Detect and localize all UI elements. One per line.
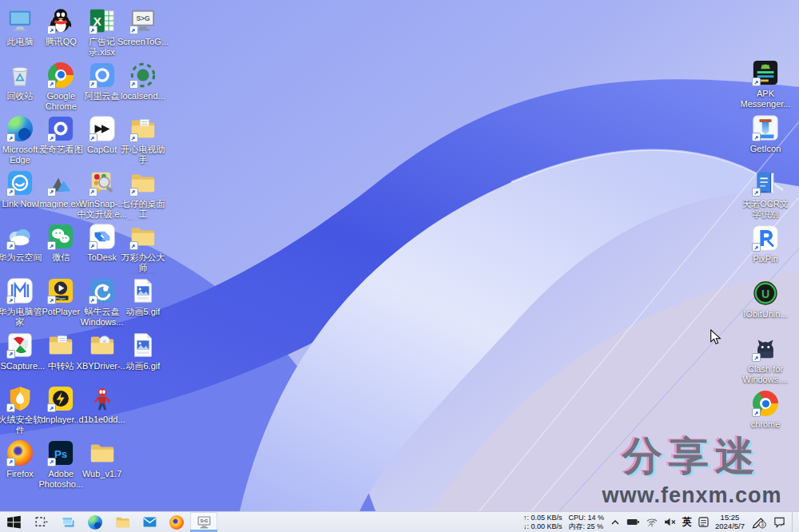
snail-cloud[interactable]: 蜗牛云盘 Windows...	[83, 276, 121, 328]
clash-for-windows[interactable]: Clash for Windows....	[746, 334, 785, 385]
fscapture-icon	[6, 331, 34, 359]
screentogif[interactable]: S>GScreenToG...	[124, 6, 162, 47]
icon-label: 动画6.gif	[117, 361, 169, 371]
battery-icon[interactable]	[626, 518, 640, 526]
shortcut-arrow-icon	[47, 133, 56, 142]
todesk-icon	[88, 222, 117, 251]
gif5-file[interactable]: 动画5.gif	[124, 276, 162, 317]
aliyun-drive[interactable]: 阿里云盘	[83, 61, 121, 101]
icon-label: APK Messenger...	[740, 89, 791, 109]
ime-language-indicator[interactable]: 英	[682, 515, 692, 529]
ime-keyboard-icon[interactable]	[698, 517, 709, 527]
edge-icon	[6, 114, 34, 143]
todesk[interactable]: ToDesk	[83, 222, 121, 263]
ad-records-xlsx[interactable]: X广告记录.xlsx	[83, 6, 121, 58]
window-app-button[interactable]	[54, 512, 81, 532]
huorong-security[interactable]: 火绒安全软件	[1, 384, 39, 435]
huorong-icon	[6, 384, 34, 413]
screentogif-button[interactable]: S>G	[190, 512, 217, 532]
mail-button[interactable]	[136, 512, 163, 532]
clock[interactable]: 15:25 2024/5/7	[715, 514, 745, 530]
start-button[interactable]	[0, 512, 27, 532]
adobe-photoshop[interactable]: PsAdobe Photosho...	[42, 439, 80, 490]
network-speed-monitor[interactable]: ↑: 0.05 KB/s ↓: 0.00 KB/s	[523, 514, 562, 530]
huawei-pc-manager[interactable]: 华为电脑管家	[1, 276, 39, 328]
firefox-icon	[6, 439, 34, 467]
gif-file-icon	[129, 331, 157, 359]
dnplayer-icon	[46, 384, 75, 413]
tianruo-ocr[interactable]: 天若OCR文 字识别	[746, 169, 785, 220]
icon-label: Wub_v1.7	[77, 469, 128, 479]
shortcut-arrow-icon	[6, 296, 15, 304]
icon-label: IObitUnin...	[740, 309, 791, 320]
net-down-speed: ↓: 0.00 KB/s	[523, 522, 562, 531]
wifi-icon[interactable]	[646, 518, 658, 527]
huawei-cloud[interactable]: 华为云空间	[1, 222, 39, 263]
tencent-qq[interactable]: 腾讯QQ	[42, 6, 80, 47]
shortcut-arrow-icon	[89, 80, 97, 89]
link-now[interactable]: Link Now	[1, 169, 39, 209]
svg-text:U: U	[761, 288, 769, 300]
icon-label: chrome	[740, 419, 791, 430]
winsnap[interactable]: WinSnap-... 中文升级.e...	[83, 169, 121, 220]
shortcut-arrow-icon	[89, 26, 97, 34]
folder-doc-icon	[46, 331, 75, 359]
system-tray: ↑: 0.05 KB/s ↓: 0.00 KB/s CPU: 14 % 内存: …	[520, 512, 799, 532]
recycle-bin-icon	[6, 61, 34, 89]
gif6-file[interactable]: 动画6.gif	[124, 331, 162, 371]
shortcut-arrow-icon	[47, 458, 56, 466]
localsend[interactable]: localsend...	[124, 61, 162, 101]
iqiyi-viewer[interactable]: 爱奇艺看图	[42, 114, 80, 155]
geticon[interactable]: GetIcon	[746, 113, 785, 154]
snip-tool-button[interactable]	[27, 512, 54, 532]
potplayer[interactable]: PlayerPotPlayer	[42, 276, 80, 317]
qizai-desktop-tool[interactable]: 七仔的桌面工 具V2.1.1	[124, 169, 162, 220]
svg-text:S>G: S>G	[136, 14, 150, 22]
this-pc[interactable]: 此电脑	[1, 6, 39, 47]
google-chrome[interactable]: Google Chrome	[42, 61, 80, 112]
microsoft-edge[interactable]: Microsoft Edge	[1, 114, 39, 165]
cpu-memory-monitor[interactable]: CPU: 14 % 内存: 25 %	[568, 514, 604, 530]
shortcut-arrow-icon	[47, 26, 56, 34]
spiderman-image[interactable]: d1b1e0dd...	[83, 384, 121, 425]
action-center-icon[interactable]	[773, 516, 785, 528]
wancai-office-folder[interactable]: 万彩办公大师 离线版	[124, 222, 162, 274]
fscapture[interactable]: FSCapture...	[1, 331, 39, 371]
pen-badge-icon[interactable]: 3	[751, 516, 767, 529]
apk-messenger[interactable]: APK Messenger...	[746, 58, 785, 109]
pixpin[interactable]: PixPin	[746, 224, 785, 264]
firefox-button[interactable]	[163, 512, 190, 532]
dnplayer[interactable]: dnplayer...	[42, 384, 80, 425]
volume-muted-icon[interactable]	[664, 518, 676, 526]
icon-label: PixPin	[740, 254, 791, 264]
shortcut-arrow-icon	[47, 241, 56, 250]
shortcut-arrow-icon	[47, 80, 56, 89]
imagine-exe[interactable]: Imagine.exe	[42, 169, 80, 209]
shortcut-arrow-icon	[89, 188, 97, 197]
show-desktop-button[interactable]	[792, 512, 797, 532]
cpu-usage: CPU: 14 %	[568, 514, 604, 522]
shortcut-arrow-icon	[89, 296, 97, 304]
localsend-icon	[129, 61, 157, 89]
wub-folder[interactable]: Wub_v1.7	[83, 439, 121, 479]
chrome-icon	[751, 389, 780, 418]
iobit-uninstaller[interactable]: UIObitUnin...	[746, 279, 785, 320]
wechat[interactable]: 微信	[42, 222, 80, 263]
transfer-folder[interactable]: 中转站	[42, 331, 80, 371]
wechat-icon	[46, 222, 75, 251]
tv-helper-folder[interactable]: 开心电视助手 YesStbTool...	[124, 114, 162, 166]
explorer-button[interactable]	[109, 512, 136, 532]
icon-label: ScreenToG...	[117, 37, 169, 47]
shortcut-arrow-icon	[89, 133, 97, 142]
edge-button[interactable]	[81, 512, 109, 532]
firefox[interactable]: Firefox	[1, 439, 39, 479]
shortcut-arrow-icon	[6, 188, 15, 197]
capcut[interactable]: CapCut	[83, 114, 121, 155]
xbydriver-folder[interactable]: XBYDriver-...	[83, 331, 121, 371]
recycle-bin[interactable]: 回收站	[1, 61, 39, 101]
hidden-icons-chevron[interactable]	[610, 518, 620, 527]
icon-label: Clash for Windows....	[740, 364, 791, 385]
chrome-right[interactable]: chrome	[746, 389, 785, 430]
icon-label: 天若OCR文 字识别	[740, 199, 791, 220]
excel-file-icon: X	[88, 6, 117, 35]
